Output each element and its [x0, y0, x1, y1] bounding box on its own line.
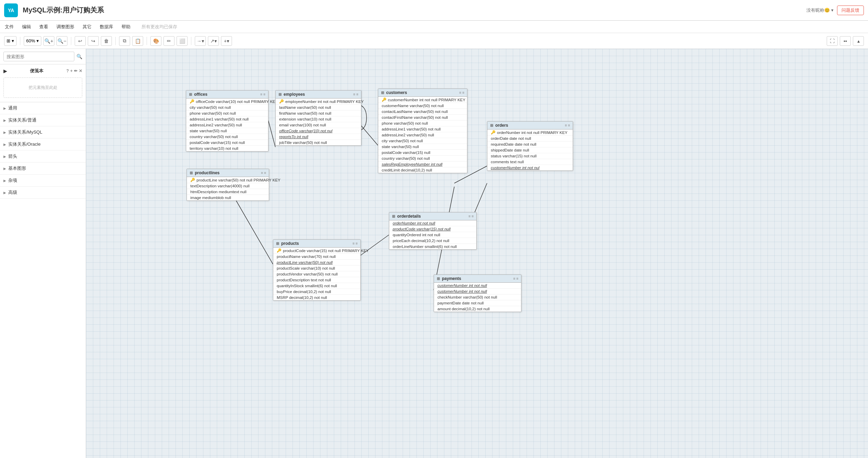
fullscreen-icon: ⛶	[830, 38, 835, 44]
field-text: contactLastName varchar(50) not null	[382, 110, 448, 114]
category-arrows-label: 箭头	[8, 153, 17, 159]
search-input[interactable]	[3, 52, 74, 61]
field-row: shippedDate date null	[487, 147, 573, 153]
sidebar-categories: ▶ 通用 ▶ 实体关系/普通 ▶ 实体关系/MySQL ▶ 实体关系	[0, 102, 86, 199]
zoom-out-button[interactable]: 🔍−	[56, 36, 67, 46]
field-row: contactLastName varchar(50) not null	[378, 109, 467, 115]
table-orders[interactable]: ⊞ orders == 🔑 orderNumber int not null P…	[487, 121, 573, 171]
field-text: addressLine2 varchar(50) null	[190, 123, 242, 127]
title-bar: YA MySQL示例:用户订购关系 没有昵称😊 ▾ 问题反馈	[0, 0, 868, 21]
menu-view[interactable]: 查看	[39, 22, 49, 31]
line-button[interactable]: ✏	[163, 36, 174, 46]
table-products[interactable]: ⊞ products == 🔑 productCode varchar(15) …	[273, 239, 361, 301]
separator-4	[147, 37, 147, 45]
shape-button[interactable]: ⬜	[177, 36, 188, 46]
separator-2	[71, 37, 71, 45]
category-general-header[interactable]: ▶ 通用	[0, 102, 86, 114]
panel-button[interactable]: ▪▪	[840, 36, 851, 46]
undo-button[interactable]: ↩	[75, 36, 86, 46]
category-er-oracle-header[interactable]: ▶ 实体关系/Oracle	[0, 138, 86, 150]
field-row: salesRepEmployeeNumber int null	[378, 162, 467, 167]
collapse-button[interactable]: ▴	[853, 36, 864, 46]
menu-adjust[interactable]: 调整图形	[56, 22, 75, 31]
fullscreen-button[interactable]: ⛶	[827, 36, 838, 46]
table-payments[interactable]: ⊞ payments == customerNumber int not nul…	[434, 274, 521, 312]
arrow1-button[interactable]: →▾	[195, 36, 206, 46]
category-er-normal-header[interactable]: ▶ 实体关系/普通	[0, 114, 86, 126]
field-text: addressLine2 varchar(50) null	[382, 133, 434, 137]
notepad-drop-zone: 把元素拖至此处	[3, 77, 82, 98]
table-productlines-header: ⊞ productlines ==	[187, 169, 269, 177]
field-text: customerNumber int not nul	[491, 166, 539, 170]
field-text: requiredDate date not null	[491, 142, 536, 146]
field-text: buyPrice decimal(10,2) not null	[277, 290, 331, 294]
field-row: MSRP decimal(10,2) not null	[273, 295, 360, 300]
field-row: customerNumber int not nul	[487, 165, 573, 170]
paste-button[interactable]: 📋	[132, 36, 143, 46]
app-logo: YA	[4, 3, 18, 17]
copy-button[interactable]: ⧉	[119, 36, 130, 46]
field-text: extension varchar(10) not null	[279, 117, 331, 121]
layout-icon: ⊞	[7, 38, 10, 43]
arrow2-button[interactable]: ↗▾	[208, 36, 219, 46]
category-advanced-header[interactable]: ▶ 高级	[0, 187, 86, 198]
table-customers[interactable]: ⊞ customers == 🔑 customerNumber int not …	[378, 89, 467, 173]
field-text: comments text null	[491, 160, 524, 164]
notepad-header[interactable]: ▶ 便笺本 ? + ✏ ✕	[3, 66, 82, 75]
svg-line-5	[234, 197, 273, 264]
arrow-icon: ▶	[3, 131, 6, 134]
notepad-edit-icon[interactable]: ✏	[74, 69, 77, 73]
arrow-icon: ▶	[3, 179, 6, 183]
notepad-question-icon[interactable]: ?	[66, 69, 69, 73]
category-arrows: ▶ 箭头	[0, 150, 86, 163]
paste-icon: 📋	[135, 38, 141, 44]
category-arrows-header[interactable]: ▶ 箭头	[0, 150, 86, 162]
separator-5	[191, 37, 191, 45]
menu-help[interactable]: 帮助	[121, 22, 131, 31]
category-er-mysql-header[interactable]: ▶ 实体关系/MySQL	[0, 126, 86, 138]
menu-file[interactable]: 文件	[4, 22, 14, 31]
resize-handle: ==	[352, 242, 358, 246]
zoom-in-button[interactable]: 🔍+	[43, 36, 54, 46]
layout-dropdown[interactable]: ⊞ ▾	[4, 36, 17, 46]
arrow-icon: ▶	[3, 106, 6, 110]
fill-button[interactable]: 🎨	[150, 36, 161, 46]
delete-button[interactable]: 🗑	[101, 36, 112, 46]
arrow-icon: ▶	[3, 118, 6, 122]
table-employees[interactable]: ⊞ employees == 🔑 employeeNumber int not …	[275, 90, 361, 146]
primary-key-icon: 🔑	[279, 99, 284, 104]
table-orders-title: orders	[495, 123, 508, 128]
field-row: firstName varchar(50) not null	[276, 111, 361, 116]
field-row: image mediumblob null	[187, 195, 269, 200]
notepad-close-icon[interactable]: ✕	[79, 69, 82, 73]
table-orderdetails[interactable]: ⊞ orderdetails == orderNumber int not nu…	[389, 212, 477, 250]
table-products-title: products	[281, 241, 299, 246]
menu-other[interactable]: 其它	[82, 22, 92, 31]
primary-key-icon: 🔑	[491, 130, 496, 135]
field-row: 🔑 employeeNumber int not null PRIMARY KE…	[276, 98, 361, 105]
field-text: amount decimal(10,2) not null	[437, 307, 490, 311]
field-row: priceEach decimal(10,2) not null	[389, 238, 476, 244]
page-title: MySQL示例:用户订购关系	[23, 6, 806, 15]
table-productlines[interactable]: ⊞ productlines == 🔑 productLine varchar(…	[187, 169, 269, 201]
canvas-area[interactable]: ⊞ offices == 🔑 officeCode varchar(10) no…	[86, 49, 868, 458]
add-button[interactable]: +▾	[221, 36, 232, 46]
field-row: email varchar(100) not null	[276, 122, 361, 128]
redo-button[interactable]: ↪	[88, 36, 99, 46]
field-text: lastName varchar(50) not null	[279, 105, 331, 110]
feedback-button[interactable]: 问题反馈	[837, 6, 864, 15]
menu-edit[interactable]: 编辑	[21, 22, 32, 31]
zoom-dropdown[interactable]: 60% ▾	[24, 36, 41, 46]
separator-3	[115, 37, 116, 45]
notepad-add-icon[interactable]: +	[70, 69, 73, 73]
undo-icon: ↩	[78, 38, 82, 44]
category-basic-header[interactable]: ▶ 基本图形	[0, 163, 86, 174]
category-misc-header[interactable]: ▶ 杂项	[0, 175, 86, 186]
table-offices[interactable]: ⊞ offices == 🔑 officeCode varchar(10) no…	[186, 90, 268, 152]
zoom-out-icon: 🔍−	[57, 38, 66, 44]
category-er-normal-label: 实体关系/普通	[8, 117, 36, 123]
menu-database[interactable]: 数据库	[99, 22, 114, 31]
field-text: priceEach decimal(10,2) not null	[393, 239, 449, 243]
notepad-arrow: ▶	[3, 69, 7, 74]
category-misc: ▶ 杂项	[0, 175, 86, 187]
